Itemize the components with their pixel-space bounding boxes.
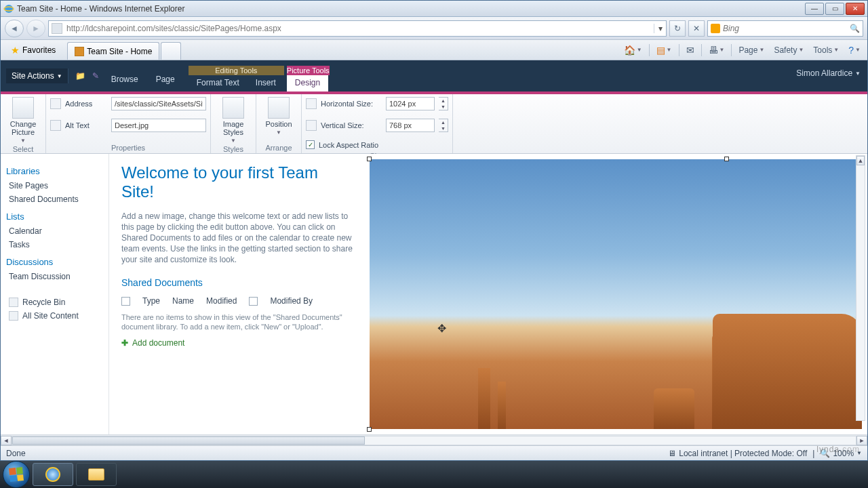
close-button[interactable]: ✕ — [846, 3, 865, 15]
user-menu[interactable]: Simon Allardice▼ — [796, 68, 861, 78]
rss-icon: ▤ — [656, 45, 665, 56]
refresh-button[interactable]: ↻ — [669, 20, 686, 37]
tab-insert[interactable]: Insert — [248, 75, 284, 92]
forward-button[interactable]: ► — [26, 20, 45, 37]
nav-heading-lists[interactable]: Lists — [6, 211, 103, 222]
scroll-thumb[interactable] — [12, 436, 365, 445]
taskbar-explorer[interactable] — [76, 463, 117, 486]
empty-message: There are no items to show in this view … — [121, 312, 355, 331]
security-zone[interactable]: 🖥 Local intranet | Protected Mode: Off — [668, 449, 807, 458]
change-picture-icon — [12, 97, 34, 119]
watermark: lynda.com — [816, 435, 860, 457]
plus-icon: ✚ — [121, 338, 128, 348]
bing-icon — [711, 24, 720, 33]
nav-all-site-content[interactable]: All Site Content — [6, 309, 103, 323]
scroll-left-button[interactable]: ◄ — [1, 436, 12, 445]
safety-menu[interactable]: Safety ▼ — [771, 44, 806, 56]
help-button[interactable]: ?▼ — [846, 43, 863, 57]
nav-site-pages[interactable]: Site Pages — [6, 179, 103, 192]
resize-handle-n[interactable] — [724, 157, 729, 161]
minimize-button[interactable]: — — [805, 3, 824, 15]
page-menu[interactable]: Page ▼ — [736, 44, 767, 56]
horizontal-scrollbar[interactable]: ◄ ► — [1, 434, 867, 445]
address-field-icon — [50, 98, 61, 109]
lock-aspect-checkbox[interactable]: ✓ — [306, 140, 315, 149]
nav-calendar[interactable]: Calendar — [6, 224, 103, 238]
svg-point-0 — [5, 5, 13, 13]
ribbon-group-properties: Address Alt Text Properties — [46, 94, 211, 153]
nav-tasks[interactable]: Tasks — [6, 238, 103, 251]
favorites-button[interactable]: ★ Favorites — [5, 43, 62, 58]
ie-app-icon — [45, 467, 60, 482]
tab-design[interactable]: Design — [287, 75, 328, 92]
status-text: Done — [6, 449, 663, 458]
start-button[interactable] — [3, 461, 30, 488]
navigate-up-icon[interactable]: 📁 — [75, 71, 85, 81]
col-type[interactable]: Type — [142, 296, 160, 306]
back-button[interactable]: ◄ — [5, 20, 24, 37]
resize-handle-sw[interactable] — [367, 427, 372, 432]
search-input[interactable] — [723, 24, 847, 33]
nav-heading-libraries[interactable]: Libraries — [6, 166, 103, 176]
maximize-button[interactable]: ▭ — [825, 3, 844, 15]
col-modified[interactable]: Modified — [206, 296, 237, 306]
window-title: Team Site - Home - Windows Internet Expl… — [17, 4, 805, 14]
print-button[interactable]: 🖶▼ — [706, 43, 728, 57]
ie-window: Team Site - Home - Windows Internet Expl… — [0, 0, 868, 461]
col-modified-by[interactable]: Modified By — [270, 296, 313, 306]
vertical-size-input[interactable] — [386, 119, 435, 132]
search-box[interactable]: 🔍 — [707, 20, 863, 37]
nav-team-discussion[interactable]: Team Discussion — [6, 270, 103, 283]
intranet-icon: 🖥 — [668, 449, 676, 458]
selected-image[interactable]: ✥ — [370, 159, 862, 429]
select-all-checkbox[interactable] — [121, 297, 130, 306]
main-area: Welcome to your first Team Site! Add a n… — [109, 154, 867, 434]
url-input[interactable] — [65, 24, 654, 33]
mail-icon: ✉ — [686, 45, 694, 56]
image-styles-button[interactable]: Image Styles ▼ — [215, 96, 252, 144]
tab-browse[interactable]: Browse — [106, 64, 144, 88]
site-actions-menu[interactable]: Site Actions▼ — [6, 68, 68, 83]
address-bar[interactable]: ▾ — [48, 20, 667, 37]
taskbar-ie[interactable] — [33, 463, 73, 486]
horizontal-size-input[interactable] — [386, 97, 435, 110]
windows-logo-icon — [9, 467, 24, 482]
hsize-spinner[interactable]: ▲▼ — [439, 97, 448, 110]
add-document-link[interactable]: ✚ Add document — [121, 338, 355, 348]
ribbon-group-arrange: Position ▼ Arrange — [256, 94, 302, 153]
vertical-scrollbar[interactable]: ▲ — [856, 155, 865, 421]
col-name[interactable]: Name — [172, 296, 194, 306]
alt-text-input[interactable] — [111, 119, 206, 132]
address-dropdown[interactable]: ▾ — [654, 24, 666, 33]
search-icon[interactable]: 🔍 — [850, 24, 860, 33]
welcome-column: Welcome to your first Team Site! Add a n… — [109, 154, 367, 434]
home-icon: 🏠 — [624, 45, 635, 56]
recycle-icon — [9, 298, 18, 307]
favorites-row: ★ Favorites Team Site - Home 🏠▼ ▤▼ ✉ 🖶▼ … — [1, 40, 867, 60]
edit-page-icon[interactable]: ✎ — [92, 71, 99, 81]
mail-button[interactable]: ✉ — [684, 43, 697, 57]
address-input[interactable] — [111, 97, 206, 110]
position-button[interactable]: Position ▼ — [260, 96, 297, 136]
feeds-button[interactable]: ▤▼ — [654, 43, 675, 57]
star-icon: ★ — [11, 45, 20, 56]
nav-heading-discussions[interactable]: Discussions — [6, 257, 103, 267]
stop-button[interactable]: ✕ — [688, 20, 705, 37]
ribbon: Change Picture ▼ Select Address Alt Text — [1, 94, 867, 154]
tools-menu[interactable]: Tools ▼ — [810, 44, 842, 56]
col-modified-by-checkbox[interactable] — [249, 297, 258, 306]
tab-active[interactable]: Team Site - Home — [67, 42, 159, 60]
scroll-up-button[interactable]: ▲ — [856, 156, 865, 165]
ribbon-group-select: Change Picture ▼ Select — [1, 94, 46, 153]
nav-recycle-bin[interactable]: Recycle Bin — [6, 296, 103, 309]
tab-page[interactable]: Page — [151, 64, 180, 88]
change-picture-button[interactable]: Change Picture ▼ — [5, 96, 41, 144]
vsize-spinner[interactable]: ▲▼ — [439, 119, 448, 132]
resize-handle-nw[interactable] — [367, 157, 372, 161]
tab-format-text[interactable]: Format Text — [189, 75, 248, 92]
nav-shared-documents[interactable]: Shared Documents — [6, 192, 103, 206]
folder-app-icon — [88, 468, 104, 481]
quick-launch: Libraries Site Pages Shared Documents Li… — [1, 154, 109, 434]
home-button[interactable]: 🏠▼ — [621, 43, 645, 57]
new-tab-button[interactable] — [161, 42, 181, 60]
